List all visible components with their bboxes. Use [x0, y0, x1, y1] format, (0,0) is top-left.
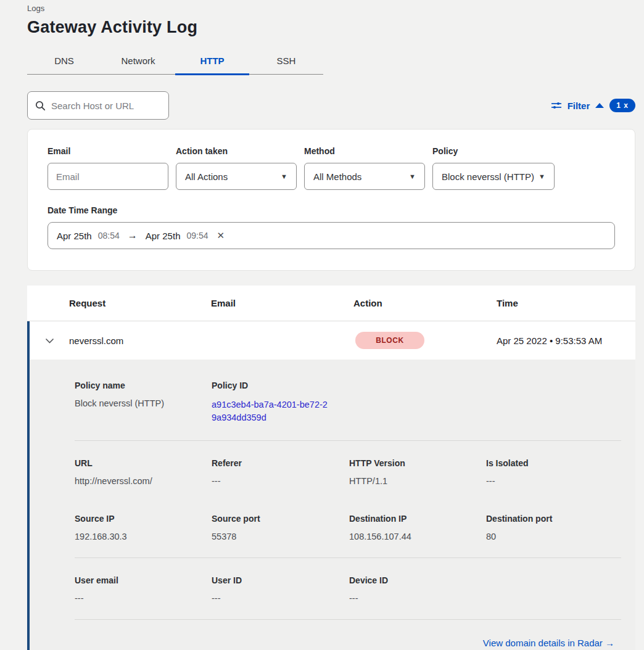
chevron-down-icon[interactable] [45, 338, 54, 344]
email-filter-input[interactable] [47, 163, 168, 190]
chevron-down-icon: ▼ [539, 173, 545, 180]
arrow-right-icon: → [126, 230, 139, 241]
filter-fields-row: Email Action taken All Actions ▼ Method … [47, 146, 615, 190]
chevron-down-icon: ▼ [281, 173, 287, 180]
search-icon [35, 101, 46, 111]
breadcrumb[interactable]: Logs [27, 2, 635, 13]
time-cell: Apr 25 2022 • 9:53:53 AM [497, 335, 635, 346]
radar-details-link[interactable]: View domain details in Radar → [483, 638, 614, 648]
date-range-picker[interactable]: Apr 25th 08:54 → Apr 25th 09:54 ✕ [47, 222, 615, 249]
destination-ip-field: Destination IP 108.156.107.44 [349, 514, 486, 541]
destination-ip-value: 108.156.107.44 [349, 532, 486, 541]
user-info-section: User email --- User ID --- Device ID --- [75, 558, 621, 603]
filter-panel: Email Action taken All Actions ▼ Method … [27, 129, 635, 271]
date-range-label: Date Time Range [47, 205, 615, 215]
http-version-value: HTTP/1.1 [349, 476, 486, 486]
source-ip-label: Source IP [75, 514, 212, 524]
is-isolated-field: Is Isolated --- [486, 458, 621, 486]
radar-link-row: View domain details in Radar → [75, 620, 621, 650]
policy-id-link[interactable]: a91c3eb4-ba7a-4201-be72-29a934dd359d [212, 400, 328, 422]
policy-name-value: Block neverssl (HTTP) [75, 398, 212, 408]
tab-bar: DNS Network HTTP SSH [27, 52, 323, 75]
policy-select[interactable]: Block neverssl (HTTP) ▼ [432, 163, 555, 190]
activity-log-table: Request Email Action Time neverssl.com B… [27, 286, 635, 650]
referer-value: --- [212, 476, 349, 486]
user-email-value: --- [75, 593, 212, 603]
header-request: Request [69, 298, 211, 308]
device-id-field: Device ID --- [349, 575, 486, 603]
user-email-field: User email --- [75, 575, 212, 603]
action-taken-select[interactable]: All Actions ▼ [176, 163, 297, 190]
tab-network[interactable]: Network [101, 52, 175, 74]
method-label: Method [304, 146, 425, 156]
request-info-section: URL http://neverssl.com/ Referer --- HTT… [75, 441, 621, 486]
source-ip-value: 192.168.30.3 [75, 532, 212, 541]
user-id-value: --- [212, 593, 349, 603]
row-detail-panel: Policy name Block neverssl (HTTP) Policy… [30, 360, 635, 650]
device-id-value: --- [349, 593, 486, 603]
source-port-label: Source port [212, 514, 349, 524]
user-email-label: User email [75, 575, 212, 585]
close-icon[interactable]: ✕ [217, 230, 225, 241]
destination-ip-label: Destination IP [349, 514, 486, 524]
start-time[interactable]: 08:54 [98, 231, 120, 241]
source-port-field: Source port 55378 [212, 514, 349, 541]
destination-port-label: Destination port [486, 514, 621, 524]
method-value: All Methods [313, 171, 361, 182]
is-isolated-label: Is Isolated [486, 458, 621, 468]
table-row[interactable]: neverssl.com BLOCK Apr 25 2022 • 9:53:53… [30, 321, 635, 360]
filter-toggle-button[interactable]: Filter [568, 101, 590, 111]
search-input[interactable] [51, 101, 174, 111]
policy-id-field: Policy ID a91c3eb4-ba7a-4201-be72-29a934… [212, 381, 349, 424]
start-date[interactable]: Apr 25th [57, 231, 92, 241]
filter-sliders-icon [551, 101, 562, 110]
policy-name-label: Policy name [75, 381, 212, 390]
referer-label: Referer [212, 458, 349, 468]
http-version-label: HTTP Version [349, 458, 486, 468]
action-taken-label: Action taken [176, 146, 297, 156]
status-badge: BLOCK [355, 332, 424, 349]
user-id-field: User ID --- [212, 575, 349, 603]
destination-port-field: Destination port 80 [486, 514, 621, 541]
email-filter-field: Email [47, 146, 168, 190]
policy-name-field: Policy name Block neverssl (HTTP) [75, 381, 212, 424]
is-isolated-value: --- [486, 476, 621, 486]
end-time[interactable]: 09:54 [186, 231, 208, 241]
url-label: URL [75, 458, 212, 468]
referer-field: Referer --- [212, 458, 349, 486]
policy-section: Policy name Block neverssl (HTTP) Policy… [75, 381, 621, 424]
header-time: Time [497, 298, 635, 308]
policy-label: Policy [432, 146, 555, 156]
user-id-label: User ID [212, 575, 349, 585]
filter-controls: Filter 1 x [551, 99, 635, 112]
search-box[interactable] [27, 91, 169, 120]
chevron-down-icon: ▼ [409, 173, 416, 180]
tab-dns[interactable]: DNS [27, 52, 101, 74]
page-title: Gateway Activity Log [27, 18, 635, 37]
method-select[interactable]: All Methods ▼ [304, 163, 425, 190]
network-info-section: Source IP 192.168.30.3 Source port 55378… [75, 514, 621, 541]
expanded-row-container: neverssl.com BLOCK Apr 25 2022 • 9:53:53… [27, 321, 635, 650]
device-id-label: Device ID [349, 575, 486, 585]
policy-field: Policy Block neverssl (HTTP) ▼ [432, 146, 555, 190]
action-taken-value: All Actions [185, 171, 228, 182]
policy-id-label: Policy ID [212, 381, 349, 390]
page-content: Logs Gateway Activity Log DNS Network HT… [0, 0, 644, 650]
destination-port-value: 80 [486, 532, 621, 541]
tab-http[interactable]: HTTP [175, 52, 249, 74]
filter-count-badge[interactable]: 1 x [609, 99, 635, 112]
header-action: Action [353, 298, 497, 308]
email-filter-label: Email [47, 146, 168, 156]
date-range-field: Date Time Range Apr 25th 08:54 → Apr 25t… [47, 205, 615, 249]
url-value: http://neverssl.com/ [75, 476, 212, 486]
caret-up-icon[interactable] [595, 103, 604, 108]
tab-ssh[interactable]: SSH [249, 52, 323, 74]
source-ip-field: Source IP 192.168.30.3 [75, 514, 212, 541]
end-date[interactable]: Apr 25th [146, 231, 181, 241]
policy-value: Block neverssl (HTTP) [442, 171, 534, 182]
url-field: URL http://neverssl.com/ [75, 458, 212, 486]
http-version-field: HTTP Version HTTP/1.1 [349, 458, 486, 486]
table-header-row: Request Email Action Time [27, 286, 635, 321]
method-field: Method All Methods ▼ [304, 146, 425, 190]
source-port-value: 55378 [212, 532, 349, 541]
